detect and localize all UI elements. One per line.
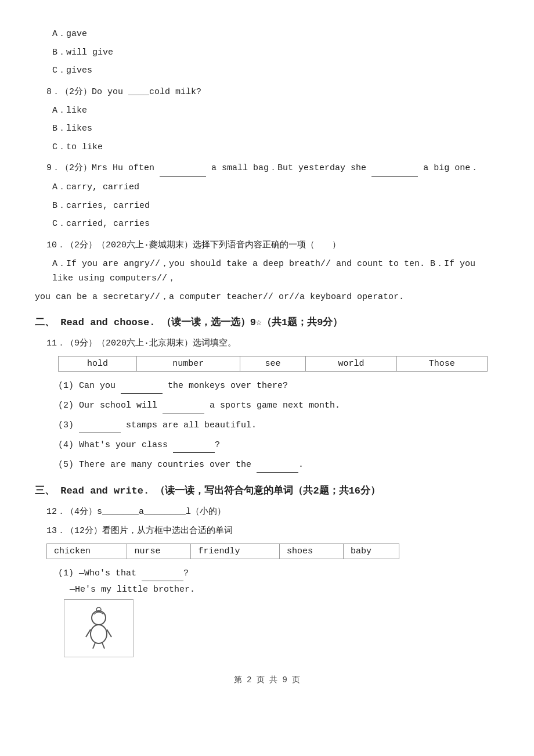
q11-item-5: (5) There are many countries over the . — [58, 456, 499, 473]
q11-item-3: (3) stamps are all beautiful. — [58, 417, 499, 433]
word-bank-cell-2: number — [137, 356, 240, 371]
q8-section: 8．（2分）Do you ____cold milk? A．like B．lik… — [35, 84, 499, 155]
q9-label: 9．（2分）Mrs Hu often a small bag．But yeste… — [46, 160, 499, 177]
q12-label: 12．（4分）s_______a________l（小的） — [46, 505, 499, 520]
svg-point-2 — [91, 625, 107, 643]
q8-option-a: A．like — [52, 103, 499, 118]
q9-option-a: A．carry, carried — [52, 180, 499, 195]
q10-text-b: you can be a secretary//，a computer teac… — [35, 290, 499, 305]
q9-option-c: C．carried, carries — [52, 217, 499, 232]
word-bank-cell-4: world — [306, 356, 396, 371]
q11-item-1: (1) Can you the monkeys over there? — [58, 377, 499, 394]
q7-option-b: B．will give — [52, 45, 499, 60]
q13-word-bank-table: chicken nurse friendly shoes baby — [46, 543, 399, 559]
svg-line-4 — [107, 629, 111, 637]
q7-option-c: C．gives — [52, 63, 499, 78]
word-bank-table: hold number see world Those — [58, 356, 488, 372]
word-bank-cell-1: hold — [59, 356, 137, 371]
q11-item-2: (2) Our school will a sports game next m… — [58, 397, 499, 413]
word-bank-cell-3: see — [240, 356, 306, 371]
q11-item-4: (4) What's your class ? — [58, 437, 499, 453]
section2-title: 二、 Read and choose. （读一读，选一选）9☆（共1题；共9分） — [35, 315, 499, 330]
section3-title: 三、 Read and write. （读一读，写出符合句意的单词（共2题；共1… — [35, 483, 499, 499]
word-bank-cell-5: Those — [396, 356, 487, 371]
q8-label: 8．（2分）Do you ____cold milk? — [46, 84, 499, 100]
q13-word-3: friendly — [191, 543, 280, 559]
q13-item-1-q: (1) —Who's that ? — [58, 565, 499, 581]
q7-options: A．gave B．will give C．gives — [35, 27, 499, 78]
q13-item-1-image — [64, 599, 134, 657]
q10-label: 10．（2分）（2020六上·夔城期末）选择下列语音内容正确的一项（ ） — [46, 237, 499, 253]
q13-word-2: nurse — [127, 543, 191, 559]
q11-label: 11．（9分）（2020六上·北京期末）选词填空。 — [46, 336, 499, 351]
q9-option-b: B．carries, carried — [52, 199, 499, 214]
page-footer: 第 2 页 共 9 页 — [35, 675, 499, 685]
svg-line-3 — [86, 629, 91, 637]
q13-word-5: baby — [344, 543, 399, 559]
q13-item-1-a: —He's my little brother. — [70, 585, 499, 595]
q13-label: 13．（12分）看图片，从方框中选出合适的单词 — [46, 524, 499, 539]
q10-text-a: A．If you are angry//，you should take a d… — [52, 257, 499, 286]
q13-word-1: chicken — [47, 543, 127, 559]
section3: 三、 Read and write. （读一读，写出符合句意的单词（共2题；共1… — [35, 483, 499, 657]
section2: 二、 Read and choose. （读一读，选一选）9☆（共1题；共9分）… — [35, 315, 499, 473]
svg-line-5 — [93, 643, 95, 649]
q7-option-a: A．gave — [52, 27, 499, 42]
svg-point-0 — [92, 611, 106, 625]
q13-word-4: shoes — [279, 543, 343, 559]
q8-option-c: C．to like — [52, 140, 499, 155]
q8-option-b: B．likes — [52, 121, 499, 136]
q9-section: 9．（2分）Mrs Hu often a small bag．But yeste… — [35, 160, 499, 232]
q10-section: 10．（2分）（2020六上·夔城期末）选择下列语音内容正确的一项（ ） A．I… — [35, 237, 499, 305]
svg-line-6 — [102, 643, 104, 649]
